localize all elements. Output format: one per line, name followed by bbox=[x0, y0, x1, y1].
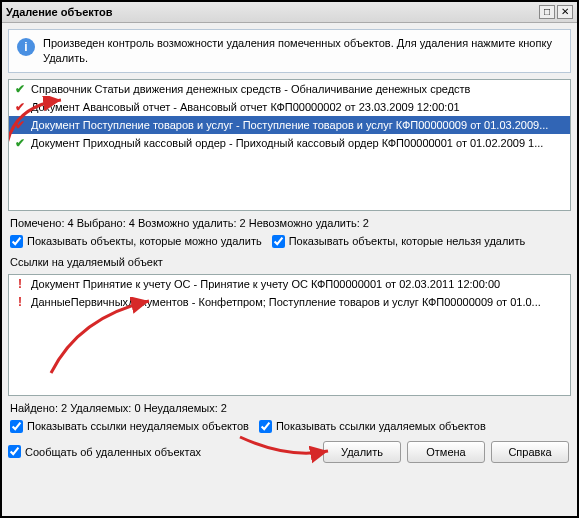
list-item-label: Справочник Статьи движения денежных сред… bbox=[31, 83, 470, 95]
checkbox-show-undeletable[interactable]: Показывать объекты, которые нельзя удали… bbox=[272, 235, 526, 248]
checkbox-report-deleted-label: Сообщать об удаленных объектах bbox=[25, 446, 201, 458]
info-panel: i Произведен контроль возможности удален… bbox=[8, 29, 571, 73]
check-bad-icon: ✔ bbox=[13, 100, 27, 114]
info-text: Произведен контроль возможности удаления… bbox=[43, 36, 562, 66]
list-item[interactable]: ✔Справочник Статьи движения денежных сре… bbox=[9, 80, 570, 98]
list-item[interactable]: ✔Документ Приходный кассовый ордер - При… bbox=[9, 134, 570, 152]
checkbox-show-undeletable-label: Показывать объекты, которые нельзя удали… bbox=[289, 235, 526, 247]
maximize-icon[interactable]: □ bbox=[539, 5, 555, 19]
list-item[interactable]: !Документ Принятие к учету ОС - Принятие… bbox=[9, 275, 570, 293]
refs-list[interactable]: !Документ Принятие к учету ОС - Принятие… bbox=[8, 274, 571, 396]
checkbox-show-deletable-refs-input[interactable] bbox=[259, 420, 272, 433]
checkbox-show-undeletable-refs[interactable]: Показывать ссылки неудаляемых объектов bbox=[10, 420, 249, 433]
delete-button[interactable]: Удалить bbox=[323, 441, 401, 463]
list-item[interactable]: ✔Документ Авансовый отчет - Авансовый от… bbox=[9, 98, 570, 116]
checkbox-report-deleted-input[interactable] bbox=[8, 445, 21, 458]
checkbox-show-deletable[interactable]: Показывать объекты, которые можно удалит… bbox=[10, 235, 262, 248]
checkbox-show-deletable-refs[interactable]: Показывать ссылки удаляемых объектов bbox=[259, 420, 486, 433]
titlebar: Удаление объектов □ ✕ bbox=[2, 2, 577, 23]
checkbox-show-undeletable-refs-label: Показывать ссылки неудаляемых объектов bbox=[27, 420, 249, 432]
checkbox-show-deletable-refs-label: Показывать ссылки удаляемых объектов bbox=[276, 420, 486, 432]
check-ok-icon: ✔ bbox=[13, 82, 27, 96]
check-ok-icon: ✔ bbox=[13, 136, 27, 150]
checkbox-show-undeletable-input[interactable] bbox=[272, 235, 285, 248]
check-bad-icon: ✔ bbox=[13, 118, 27, 132]
exclamation-icon: ! bbox=[13, 277, 27, 291]
list-item-label: Документ Приходный кассовый ордер - Прих… bbox=[31, 137, 543, 149]
refs-section-label: Ссылки на удаляемый объект bbox=[8, 254, 571, 268]
list-item[interactable]: !ДанныеПервичныхДокументов - Конфетпром;… bbox=[9, 293, 570, 311]
close-icon[interactable]: ✕ bbox=[557, 5, 573, 19]
window-title: Удаление объектов bbox=[6, 6, 537, 18]
checkbox-show-undeletable-refs-input[interactable] bbox=[10, 420, 23, 433]
checkbox-show-deletable-label: Показывать объекты, которые можно удалит… bbox=[27, 235, 262, 247]
list-item-label: Документ Принятие к учету ОС - Принятие … bbox=[31, 278, 500, 290]
summary-refs: Найдено: 2 Удаляемых: 0 Неудаляемых: 2 bbox=[8, 402, 571, 414]
list-item[interactable]: ✔Документ Поступление товаров и услуг - … bbox=[9, 116, 570, 134]
cancel-button[interactable]: Отмена bbox=[407, 441, 485, 463]
info-icon: i bbox=[17, 38, 35, 56]
list-item-label: Документ Поступление товаров и услуг - П… bbox=[31, 119, 548, 131]
checkbox-report-deleted[interactable]: Сообщать об удаленных объектах bbox=[8, 445, 321, 458]
list-item-label: Документ Авансовый отчет - Авансовый отч… bbox=[31, 101, 460, 113]
list-item-label: ДанныеПервичныхДокументов - Конфетпром; … bbox=[31, 296, 541, 308]
objects-list[interactable]: ✔Справочник Статьи движения денежных сре… bbox=[8, 79, 571, 211]
checkbox-show-deletable-input[interactable] bbox=[10, 235, 23, 248]
help-button[interactable]: Справка bbox=[491, 441, 569, 463]
summary-objects: Помечено: 4 Выбрано: 4 Возможно удалить:… bbox=[8, 217, 571, 229]
exclamation-icon: ! bbox=[13, 295, 27, 309]
